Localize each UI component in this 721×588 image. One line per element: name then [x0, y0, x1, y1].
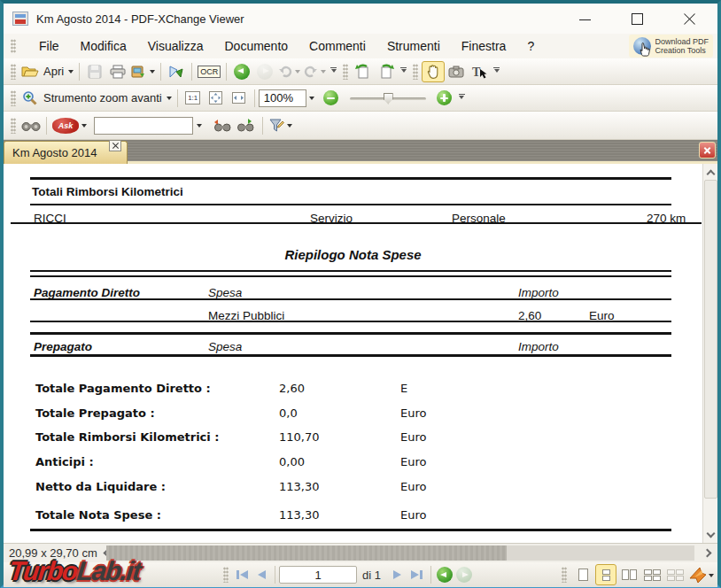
toolbar-overflow-icon[interactable]: [330, 67, 337, 75]
open-folder-icon: [21, 65, 39, 79]
last-page-button[interactable]: [407, 565, 427, 584]
redo-button[interactable]: [302, 61, 328, 82]
grid-view-button[interactable]: [664, 564, 686, 585]
ask-dropdown-icon[interactable]: [81, 124, 87, 130]
layout-dropdown-icon[interactable]: [709, 574, 714, 580]
total-row-value: 110,70: [279, 430, 320, 444]
menubar-grip[interactable]: [11, 39, 16, 53]
horizontal-scroll-thumb[interactable]: [106, 545, 507, 561]
first-page-button[interactable]: [232, 565, 252, 584]
svg-text:T: T: [472, 66, 481, 79]
zoom-in-tool-button[interactable]: Strumento zoom avanti: [19, 88, 174, 109]
select-text-button[interactable]: T: [468, 61, 491, 82]
menu-item-modifica[interactable]: Modifica: [81, 39, 127, 53]
ask-search-button[interactable]: Ask: [50, 115, 89, 136]
scroll-right-icon[interactable]: [703, 549, 712, 558]
search-input[interactable]: [94, 117, 193, 135]
search-button[interactable]: [19, 115, 43, 136]
total-row-currency: Euro: [400, 480, 426, 493]
history-forward-button[interactable]: [454, 565, 474, 584]
vertical-scroll-thumb[interactable]: [704, 180, 717, 499]
first-page-icon: [240, 570, 248, 579]
close-document-button[interactable]: [699, 142, 716, 159]
scroll-up-button[interactable]: [704, 165, 717, 179]
toolbar-grip[interactable]: [223, 567, 229, 583]
toolbar-grip[interactable]: [11, 90, 16, 106]
zoom-level-dropdown-icon[interactable]: [309, 97, 314, 103]
zoom-out-button[interactable]: [320, 88, 343, 109]
toolbar-overflow-icon[interactable]: [459, 94, 465, 102]
hand-tool-button[interactable]: [422, 61, 445, 82]
toolbar-grip[interactable]: [11, 118, 16, 134]
snapshot-button[interactable]: [445, 61, 468, 82]
scroll-down-button[interactable]: [704, 528, 717, 542]
redo-icon: [304, 66, 318, 78]
toolbar-overflow-icon[interactable]: [400, 67, 407, 75]
horizontal-scrollbar[interactable]: [106, 545, 694, 561]
rotate-ccw-button[interactable]: [352, 61, 375, 82]
continuous-layout-button[interactable]: [595, 564, 616, 585]
filter-button[interactable]: [267, 115, 294, 136]
save-button[interactable]: [83, 61, 106, 82]
undo-button[interactable]: [276, 61, 302, 82]
actual-size-button[interactable]: 1:1: [182, 88, 205, 109]
search-dropdown-icon[interactable]: [197, 124, 202, 130]
zoom-level-combo[interactable]: 100%: [259, 89, 306, 107]
pdf-app-icon: [12, 12, 28, 26]
go-forward-button[interactable]: [253, 61, 276, 82]
zoom-in-button[interactable]: [433, 88, 456, 109]
menu-item-finestra[interactable]: Finestra: [461, 39, 507, 53]
rotate-cw-button[interactable]: [375, 61, 398, 82]
toolbar-grip[interactable]: [11, 64, 16, 80]
continuous-facing-button[interactable]: [641, 564, 663, 585]
single-page-button[interactable]: [572, 564, 593, 585]
next-page-button[interactable]: [388, 565, 407, 584]
close-button[interactable]: [683, 12, 696, 26]
app-window: Km Agosto 2014 - PDF-XChange Viewer File…: [0, 0, 721, 588]
menu-item-visualizza[interactable]: Visualizza: [148, 39, 204, 53]
total-row-value: 0,0: [279, 406, 298, 420]
filter-dropdown-icon[interactable]: [287, 124, 292, 130]
toolbar-overflow-icon[interactable]: [493, 67, 500, 75]
menu-item-strumenti[interactable]: Strumenti: [387, 39, 440, 53]
ocr-button[interactable]: OCR: [196, 61, 222, 82]
search-previous-button[interactable]: [209, 115, 234, 136]
export-button[interactable]: [129, 61, 157, 82]
maximize-button[interactable]: [631, 12, 644, 26]
page-number-input[interactable]: [279, 566, 357, 584]
zoom-tool-dropdown-icon[interactable]: [167, 97, 172, 103]
history-back-button[interactable]: [435, 565, 454, 584]
ocr-icon: OCR: [198, 66, 221, 78]
send-mail-button[interactable]: [165, 61, 188, 82]
vertical-scrollbar[interactable]: [702, 164, 717, 543]
toolbar-grip[interactable]: [343, 64, 348, 80]
undo-dropdown-icon[interactable]: [295, 70, 300, 76]
open-button[interactable]: Apri: [19, 61, 75, 82]
menu-item-documento[interactable]: Documento: [224, 39, 288, 53]
fit-page-button[interactable]: [205, 88, 228, 109]
open-dropdown-icon[interactable]: [68, 70, 74, 76]
print-button[interactable]: [106, 61, 129, 82]
zoom-slider[interactable]: [350, 91, 426, 105]
pdf-xchange-flame-icon[interactable]: [687, 566, 707, 584]
minus-icon: [323, 90, 338, 105]
tab-close-button[interactable]: [109, 140, 121, 151]
toolbar-grip[interactable]: [562, 567, 567, 583]
facing-pages-button[interactable]: [618, 564, 640, 585]
zoom-slider-thumb[interactable]: [384, 93, 393, 104]
previous-page-button[interactable]: [252, 565, 271, 584]
menu-item-commenti[interactable]: Commenti: [309, 39, 366, 53]
minimize-button[interactable]: [578, 12, 592, 26]
toolbar-grip[interactable]: [413, 64, 418, 80]
continuous-facing-icon: [644, 569, 661, 581]
document-tab[interactable]: Km Agosto 2014: [4, 141, 128, 164]
search-next-button[interactable]: [234, 115, 259, 136]
fit-width-button[interactable]: [228, 88, 251, 109]
export-dropdown-icon[interactable]: [150, 70, 155, 76]
menu-item-file[interactable]: File: [39, 39, 59, 53]
redo-dropdown-icon[interactable]: [321, 70, 326, 76]
last-page-icon: [411, 570, 419, 579]
go-back-button[interactable]: [230, 61, 253, 82]
download-pdf-tools-button[interactable]: Download PDF Creation Tools: [629, 35, 713, 58]
menu-item-help[interactable]: ?: [527, 39, 534, 53]
